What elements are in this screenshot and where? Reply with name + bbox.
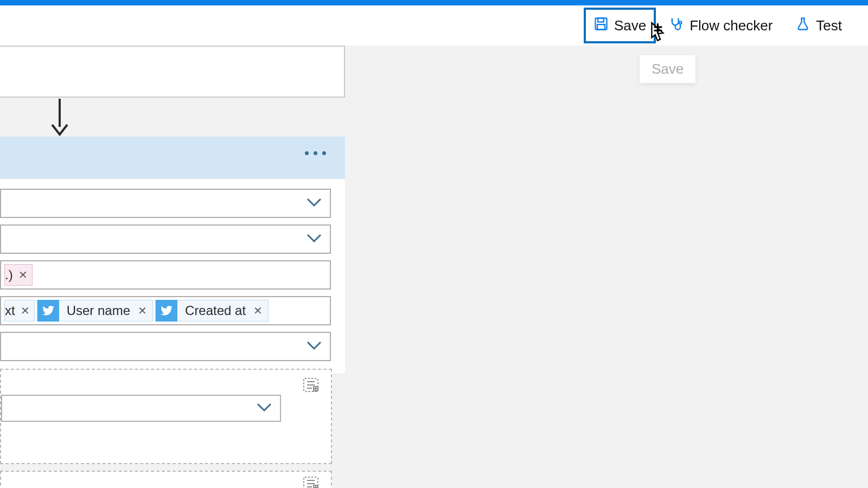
dynamic-content-area-1 [0,369,332,464]
remove-token-icon[interactable]: ✕ [18,268,28,281]
chevron-down-icon [256,402,272,415]
flow-canvas: .) ✕ xt ✕ User name ✕ Created at [0,46,868,488]
token-text: User name [67,303,130,318]
token-input-row-1[interactable]: .) ✕ [0,260,331,290]
more-menu-button[interactable] [305,151,326,155]
flask-icon [795,16,810,35]
dynamic-token-created-at[interactable]: Created at ✕ [155,300,269,322]
dropdown-field-2[interactable] [0,224,331,254]
token-text: .) [5,267,13,282]
toolbar: Save Flow checker Test [0,5,868,46]
stethoscope-icon [669,16,684,35]
dynamic-content-icon[interactable] [303,377,321,394]
dynamic-token-tweet-text-partial[interactable]: xt ✕ [4,300,35,322]
token-input-row-2[interactable]: xt ✕ User name ✕ Created at ✕ [0,296,331,325]
test-button[interactable]: Test [786,8,852,43]
twitter-icon [156,300,177,322]
inner-dropdown-field[interactable] [1,395,281,422]
twitter-icon [37,300,59,322]
action-card-body: .) ✕ xt ✕ User name ✕ Created at [0,179,345,373]
dropdown-field-1[interactable] [0,189,331,218]
previous-step-card[interactable] [0,46,345,98]
save-icon [593,16,609,35]
dropdown-field-3[interactable] [0,332,331,361]
save-button[interactable]: Save [584,8,656,43]
remove-token-icon[interactable]: ✕ [253,304,263,317]
dynamic-token-partial[interactable]: .) ✕ [4,264,33,286]
action-card-header[interactable] [0,137,345,179]
svg-rect-1 [598,18,604,22]
connector-arrow [47,99,73,139]
dynamic-token-user-name[interactable]: User name ✕ [37,300,153,322]
flow-checker-button[interactable]: Flow checker [659,8,782,43]
flow-checker-label: Flow checker [690,17,773,34]
remove-token-icon[interactable]: ✕ [138,304,147,317]
token-text: xt [5,303,15,318]
chevron-down-icon [306,233,322,246]
save-button-label: Save [614,17,646,34]
chevron-down-icon [306,340,322,353]
dynamic-content-icon[interactable] [303,476,321,488]
remove-token-icon[interactable]: ✕ [21,304,30,317]
dynamic-content-area-2 [0,471,332,488]
svg-point-3 [679,21,682,24]
test-button-label: Test [816,17,842,34]
token-text: Created at [185,303,246,318]
svg-rect-2 [597,24,605,29]
chevron-down-icon [306,197,322,210]
accent-bar [0,0,868,5]
